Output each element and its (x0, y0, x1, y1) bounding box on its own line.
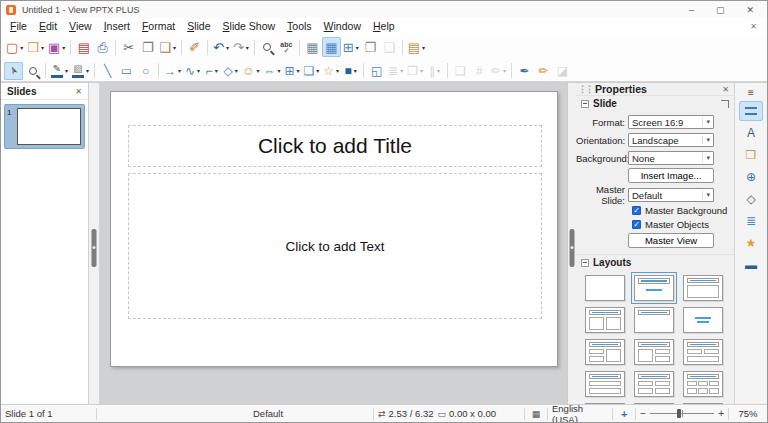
dropdown-arrow-icon[interactable]: ▾ (65, 67, 68, 74)
zoom-and-pan-button[interactable] (23, 62, 42, 80)
menu-help[interactable]: Help (367, 19, 401, 33)
layout-content-over-content[interactable] (585, 371, 625, 397)
menu-edit[interactable]: Edit (33, 19, 63, 33)
menu-slide[interactable]: Slide (181, 19, 216, 33)
edit-points-button[interactable]: ✒ (515, 62, 534, 80)
dropdown-arrow-icon[interactable]: ▾ (277, 67, 280, 74)
line-color-button[interactable]: ✎▾ (49, 62, 70, 80)
clone-formatting-button[interactable]: ✐ (185, 37, 204, 57)
find-and-replace-button[interactable] (258, 37, 277, 57)
dropdown-arrow-icon[interactable]: ▾ (173, 44, 176, 51)
layout-centered-text[interactable] (683, 307, 723, 333)
layout-title-2content[interactable] (585, 307, 625, 333)
more-options-icon[interactable] (721, 100, 729, 108)
glue-points-button[interactable]: ✏ (534, 62, 553, 80)
save-status[interactable]: ▦ (525, 405, 547, 422)
rotate-button[interactable]: ◱ (367, 62, 386, 80)
new-presentation-button[interactable]: ▢▾ (4, 37, 25, 57)
duplicate-slide-button[interactable]: ❐ (361, 37, 380, 57)
menu-window[interactable]: Window (318, 19, 367, 33)
shapes-tab[interactable]: ◇ (739, 189, 763, 209)
title-placeholder[interactable]: Click to add Title (128, 125, 542, 167)
dropdown-arrow-icon[interactable]: ▾ (246, 44, 249, 51)
menu-format[interactable]: Format (136, 19, 181, 33)
dropdown-arrow-icon[interactable]: ▾ (20, 44, 23, 51)
splitter-handle[interactable] (92, 229, 97, 267)
checkbox-checked-icon[interactable]: ✓ (632, 206, 641, 215)
layout-2content-content[interactable] (585, 339, 625, 365)
menu-file[interactable]: File (4, 19, 33, 33)
insert-table-button[interactable]: ⊞▾ (341, 37, 361, 57)
dropdown-arrow-icon[interactable]: ▾ (437, 67, 440, 74)
minimize-button[interactable]: – (689, 5, 694, 15)
zoom-slider[interactable]: − + (636, 408, 728, 419)
save-button[interactable]: ▣▾ (46, 37, 67, 57)
fit-slide-icon[interactable]: + (613, 405, 635, 422)
zoom-slider-track[interactable] (650, 413, 714, 414)
layout-title-6content[interactable] (683, 371, 723, 397)
connectors-button[interactable]: ⌐▾ (202, 62, 221, 80)
background-dropdown[interactable]: None▾ (628, 151, 714, 165)
orientation-dropdown[interactable]: Landscape▾ (628, 133, 714, 147)
zoom-value[interactable]: 75% (729, 405, 767, 422)
dropdown-arrow-icon[interactable]: ▾ (503, 67, 506, 74)
copy-button[interactable]: ❐ (138, 37, 157, 57)
slide-transition-tab[interactable]: ≣ (739, 211, 763, 231)
dropdown-arrow-icon[interactable]: ▾ (316, 67, 319, 74)
master-slide-status[interactable]: Default (97, 405, 373, 422)
dropdown-arrow-icon[interactable]: ▾ (86, 67, 89, 74)
layout-vertical-title-vertical-text[interactable] (634, 403, 674, 404)
curves-and-polygons-button[interactable]: ∿▾ (183, 62, 202, 80)
ellipse-button[interactable]: ○ (136, 62, 155, 80)
menu-insert[interactable]: Insert (98, 19, 136, 33)
dropdown-arrow-icon[interactable]: ▾ (356, 44, 359, 51)
dropdown-arrow-icon[interactable]: ▾ (296, 67, 299, 74)
insert-image-button[interactable]: Insert Image... (628, 168, 714, 183)
select-button[interactable]: ➢ (4, 62, 23, 80)
slide-thumbnail[interactable]: 1 (5, 105, 84, 148)
gallery-tab[interactable]: ❒ (739, 145, 763, 165)
block-arrows-button[interactable]: ⇔▾ (261, 62, 282, 80)
master-background-checkbox-row[interactable]: ✓Master Background (632, 205, 734, 216)
right-panel-splitter[interactable] (567, 83, 576, 404)
dropdown-arrow-icon[interactable]: ▾ (336, 67, 339, 74)
text-placeholder[interactable]: Click to add Text (128, 173, 542, 319)
layout-vertical-title-text-chart[interactable] (585, 403, 625, 404)
dropdown-arrow-icon[interactable]: ▾ (422, 44, 425, 51)
dropdown-arrow-icon[interactable]: ▾ (178, 67, 181, 74)
insert-line-button[interactable]: ╲ (98, 62, 117, 80)
flowchart-shapes-button[interactable]: ⊞▾ (282, 62, 301, 80)
dropdown-arrow-icon[interactable]: ▾ (226, 44, 229, 51)
snap-to-grid-button[interactable]: ▦ (322, 37, 341, 57)
slide-count-status[interactable]: Slide 1 of 1 (1, 405, 96, 422)
layout-title-slide[interactable] (634, 275, 674, 301)
export-pdf-button[interactable]: ▤ (74, 37, 93, 57)
navigator-tab[interactable]: ⊕ (739, 167, 763, 187)
undo-button[interactable]: ↶▾ (211, 37, 231, 57)
styles-tab[interactable]: A (739, 123, 763, 143)
print-button[interactable]: ⎙ (93, 37, 112, 57)
open-button[interactable]: ❒▾ (25, 37, 46, 57)
cut-button[interactable]: ✂ (119, 37, 138, 57)
basic-shapes-button[interactable]: ◇▾ (221, 62, 240, 80)
callout-shapes-button[interactable]: ❏▾ (302, 62, 322, 80)
3d-objects-button[interactable]: ■▾ (341, 62, 360, 80)
slide-page[interactable]: Click to add Title Click to add Text (110, 91, 558, 367)
splitter-handle[interactable] (570, 229, 575, 267)
language-status[interactable]: English (USA) (548, 405, 612, 422)
left-panel-splitter[interactable] (89, 83, 100, 404)
menu-tools[interactable]: Tools (281, 19, 318, 33)
fill-color-button[interactable]: ▧▾ (70, 62, 91, 80)
layout-title-only[interactable] (634, 307, 674, 333)
layout-title-vertical-text[interactable] (683, 403, 723, 404)
checkbox-checked-icon[interactable]: ✓ (632, 220, 641, 229)
layout-blank[interactable] (585, 275, 625, 301)
layout-2content-over-content[interactable] (683, 339, 723, 365)
maximize-button[interactable]: ▢ (716, 5, 725, 15)
layout-title-content[interactable] (683, 275, 723, 301)
spelling-button[interactable]: abc✓ (277, 37, 296, 57)
paste-button[interactable]: ❑▾ (157, 37, 178, 57)
rectangle-button[interactable]: ▭ (117, 62, 136, 80)
display-grid-button[interactable]: ▦ (303, 37, 322, 57)
slide-properties-button[interactable]: ▤▾ (406, 37, 427, 57)
